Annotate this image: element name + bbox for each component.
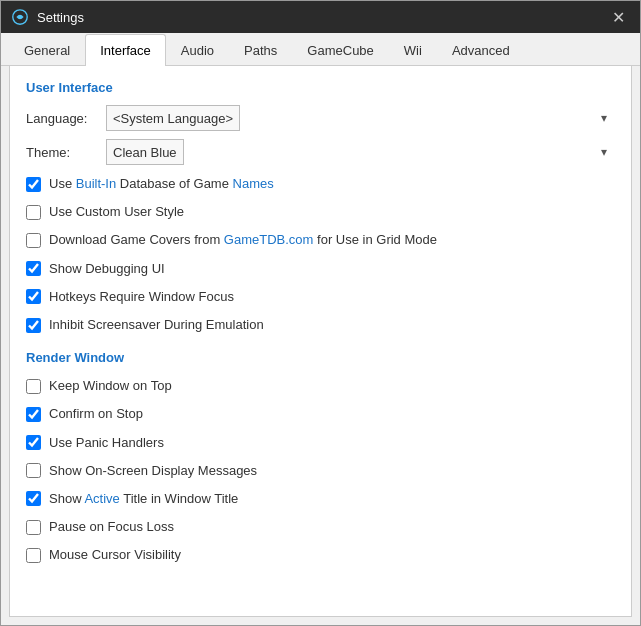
settings-window: Settings ✕ General Interface Audio Paths…	[0, 0, 641, 626]
checkbox-inhibit-screensaver-label: Inhibit Screensaver During Emulation	[49, 316, 264, 334]
theme-select-wrapper: Clean Blue	[106, 139, 615, 165]
checkbox-use-custom-style: Use Custom User Style	[26, 201, 615, 223]
checkbox-keep-on-top: Keep Window on Top	[26, 375, 615, 397]
tab-advanced[interactable]: Advanced	[437, 34, 525, 66]
checkbox-panic-handlers: Use Panic Handlers	[26, 432, 615, 454]
checkbox-confirm-stop-label: Confirm on Stop	[49, 405, 143, 423]
language-label: Language:	[26, 111, 106, 126]
checkbox-use-builtin-db: Use Built-In Database of Game Names	[26, 173, 615, 195]
checkbox-download-covers-input[interactable]	[26, 233, 41, 248]
checkbox-use-builtin-db-label: Use Built-In Database of Game Names	[49, 175, 274, 193]
checkbox-panic-handlers-label: Use Panic Handlers	[49, 434, 164, 452]
tab-audio[interactable]: Audio	[166, 34, 229, 66]
checkbox-use-custom-style-label: Use Custom User Style	[49, 203, 184, 221]
theme-select[interactable]: Clean Blue	[106, 139, 184, 165]
checkbox-mouse-cursor-input[interactable]	[26, 548, 41, 563]
checkbox-active-title: Show Active Title in Window Title	[26, 488, 615, 510]
checkbox-pause-focus: Pause on Focus Loss	[26, 516, 615, 538]
theme-row: Theme: Clean Blue	[26, 139, 615, 165]
checkbox-mouse-cursor: Mouse Cursor Visibility	[26, 544, 615, 566]
theme-label: Theme:	[26, 145, 106, 160]
checkbox-hotkeys-focus-label: Hotkeys Require Window Focus	[49, 288, 234, 306]
content-panel: User Interface Language: <System Languag…	[9, 66, 632, 617]
user-interface-section-title: User Interface	[26, 80, 615, 95]
checkbox-use-builtin-db-input[interactable]	[26, 177, 41, 192]
checkbox-confirm-stop: Confirm on Stop	[26, 403, 615, 425]
tab-wii[interactable]: Wii	[389, 34, 437, 66]
checkbox-hotkeys-focus: Hotkeys Require Window Focus	[26, 286, 615, 308]
language-row: Language: <System Language>	[26, 105, 615, 131]
checkbox-show-debugging-input[interactable]	[26, 261, 41, 276]
checkbox-pause-focus-input[interactable]	[26, 520, 41, 535]
language-select-wrapper: <System Language>	[106, 105, 615, 131]
checkbox-osd-messages-input[interactable]	[26, 463, 41, 478]
language-select[interactable]: <System Language>	[106, 105, 240, 131]
checkbox-inhibit-screensaver: Inhibit Screensaver During Emulation	[26, 314, 615, 336]
checkbox-active-title-input[interactable]	[26, 491, 41, 506]
title-bar-text: Settings	[37, 10, 606, 25]
checkbox-keep-on-top-input[interactable]	[26, 379, 41, 394]
checkbox-pause-focus-label: Pause on Focus Loss	[49, 518, 174, 536]
checkbox-download-covers: Download Game Covers from GameTDB.com fo…	[26, 229, 615, 251]
tab-interface[interactable]: Interface	[85, 34, 166, 66]
checkbox-inhibit-screensaver-input[interactable]	[26, 318, 41, 333]
render-window-section-title: Render Window	[26, 350, 615, 365]
checkbox-show-debugging: Show Debugging UI	[26, 258, 615, 280]
checkbox-mouse-cursor-label: Mouse Cursor Visibility	[49, 546, 181, 564]
title-bar: Settings ✕	[1, 1, 640, 33]
tab-general[interactable]: General	[9, 34, 85, 66]
checkbox-panic-handlers-input[interactable]	[26, 435, 41, 450]
tab-paths[interactable]: Paths	[229, 34, 292, 66]
checkbox-osd-messages: Show On-Screen Display Messages	[26, 460, 615, 482]
tab-gamecube[interactable]: GameCube	[292, 34, 388, 66]
checkbox-confirm-stop-input[interactable]	[26, 407, 41, 422]
checkbox-use-custom-style-input[interactable]	[26, 205, 41, 220]
app-icon	[11, 8, 29, 26]
close-button[interactable]: ✕	[606, 5, 630, 29]
checkbox-keep-on-top-label: Keep Window on Top	[49, 377, 172, 395]
tabs-bar: General Interface Audio Paths GameCube W…	[1, 33, 640, 66]
checkbox-osd-messages-label: Show On-Screen Display Messages	[49, 462, 257, 480]
checkbox-active-title-label: Show Active Title in Window Title	[49, 490, 238, 508]
checkbox-download-covers-label: Download Game Covers from GameTDB.com fo…	[49, 231, 437, 249]
checkbox-show-debugging-label: Show Debugging UI	[49, 260, 165, 278]
checkbox-hotkeys-focus-input[interactable]	[26, 289, 41, 304]
